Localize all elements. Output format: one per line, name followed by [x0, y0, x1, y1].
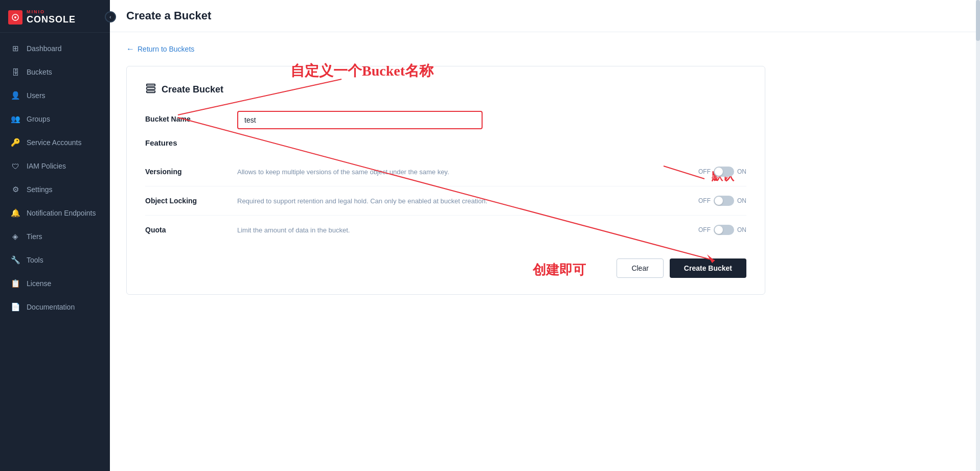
feature-toggle-0: OFF ON: [698, 167, 746, 177]
sidebar: MINIO CONSOLE ‹ ⊞ Dashboard 🗄 Buckets 👤 …: [0, 0, 110, 471]
card-title-row: Create Bucket: [145, 83, 746, 97]
sidebar-icon-notification-endpoints: 🔔: [10, 208, 20, 218]
card-title-icon: [145, 83, 156, 97]
toggle-knob-0: [715, 168, 723, 176]
sidebar-icon-license: 📋: [10, 278, 20, 289]
sidebar-item-dashboard[interactable]: ⊞ Dashboard: [0, 37, 110, 60]
sidebar-logo: MINIO CONSOLE: [0, 0, 110, 33]
sidebar-icon-service-accounts: 🔑: [10, 137, 20, 148]
bucket-name-row: Bucket Name: [145, 111, 746, 129]
sidebar-icon-tools: 🔧: [10, 255, 20, 265]
svg-rect-6: [147, 84, 155, 86]
feature-toggle-2: OFF ON: [698, 225, 746, 235]
sidebar-item-iam-policies[interactable]: 🛡 IAM Policies: [0, 154, 110, 178]
sidebar-label-groups: Groups: [27, 115, 50, 123]
back-link[interactable]: ← Return to Buckets: [126, 44, 964, 54]
sidebar-icon-tiers: ◈: [10, 231, 20, 242]
sidebar-label-license: License: [27, 279, 51, 288]
feature-desc-2: Limit the amount of data in the bucket.: [237, 226, 686, 234]
sidebar-item-users[interactable]: 👤 Users: [0, 84, 110, 107]
main-content: Create a Bucket ← Return to Buckets 自定义一…: [110, 0, 980, 471]
sidebar-label-users: Users: [27, 91, 45, 100]
card-title: Create Bucket: [162, 84, 223, 95]
toggle-off-label-0: OFF: [698, 168, 711, 175]
sidebar-item-notification-endpoints[interactable]: 🔔 Notification Endpoints: [0, 201, 110, 225]
feature-name-0: Versioning: [145, 168, 237, 176]
sidebar-label-service-accounts: Service Accounts: [27, 138, 81, 147]
back-arrow-icon: ←: [126, 44, 134, 54]
sidebar-icon-buckets: 🗄: [10, 67, 20, 77]
annotation-custom-name: 自定义一个Bucket名称: [290, 61, 434, 81]
feature-name-2: Quota: [145, 226, 237, 234]
sidebar-label-tools: Tools: [27, 256, 43, 264]
create-bucket-button[interactable]: Create Bucket: [670, 258, 746, 278]
feature-row-1: Object Locking Required to support reten…: [145, 186, 746, 216]
sidebar-icon-groups: 👥: [10, 114, 20, 124]
toggle-on-label-0: ON: [737, 168, 746, 175]
toggle-switch-2[interactable]: [714, 225, 734, 235]
feature-name-1: Object Locking: [145, 197, 237, 205]
bucket-name-label: Bucket Name: [145, 111, 237, 123]
page-title: Create a Bucket: [126, 9, 211, 22]
create-bucket-card: 自定义一个Bucket名称 默认 Create Bucket: [126, 66, 765, 295]
sidebar-item-settings[interactable]: ⚙ Settings: [0, 178, 110, 201]
content-area: ← Return to Buckets 自定义一个Bucket名称 默认: [110, 32, 980, 471]
sidebar-item-documentation[interactable]: 📄 Documentation: [0, 295, 110, 319]
sidebar-item-license[interactable]: 📋 License: [0, 272, 110, 295]
toggle-off-label-2: OFF: [698, 226, 711, 233]
topbar: Create a Bucket: [110, 0, 980, 32]
sidebar-icon-documentation: 📄: [10, 302, 20, 312]
clear-button[interactable]: Clear: [617, 258, 663, 278]
toggle-off-label-1: OFF: [698, 197, 711, 204]
sidebar-label-settings: Settings: [27, 185, 53, 194]
sidebar-label-documentation: Documentation: [27, 303, 75, 311]
sidebar-label-iam-policies: IAM Policies: [27, 162, 66, 170]
sidebar-icon-users: 👤: [10, 90, 20, 101]
feature-toggle-1: OFF ON: [698, 196, 746, 206]
features-label: Features: [145, 138, 746, 147]
scrollbar-track[interactable]: [976, 0, 980, 471]
sidebar-icon-settings: ⚙: [10, 184, 20, 195]
features-container: Versioning Allows to keep multiple versi…: [145, 157, 746, 244]
toggle-knob-2: [715, 226, 723, 234]
actions-row: Clear Create Bucket: [145, 258, 746, 278]
sidebar-item-tiers[interactable]: ◈ Tiers: [0, 225, 110, 248]
toggle-on-label-1: ON: [737, 197, 746, 204]
feature-row-0: Versioning Allows to keep multiple versi…: [145, 157, 746, 186]
feature-desc-1: Required to support retention and legal …: [237, 197, 686, 205]
bucket-name-input[interactable]: [237, 111, 483, 129]
toggle-switch-1[interactable]: [714, 196, 734, 206]
sidebar-item-service-accounts[interactable]: 🔑 Service Accounts: [0, 131, 110, 154]
svg-point-1: [14, 16, 16, 18]
logo-text: MINIO CONSOLE: [27, 9, 76, 25]
svg-rect-8: [147, 91, 155, 93]
toggle-knob-1: [715, 197, 723, 205]
feature-row-2: Quota Limit the amount of data in the bu…: [145, 216, 746, 244]
sidebar-item-buckets[interactable]: 🗄 Buckets: [0, 60, 110, 84]
back-link-label: Return to Buckets: [138, 45, 194, 53]
logo-mini: MINIO: [27, 9, 76, 14]
toggle-switch-0[interactable]: [714, 167, 734, 177]
scrollbar-thumb[interactable]: [976, 0, 980, 41]
toggle-on-label-2: ON: [737, 226, 746, 233]
sidebar-label-tiers: Tiers: [27, 232, 42, 241]
sidebar-label-dashboard: Dashboard: [27, 44, 62, 53]
sidebar-label-buckets: Buckets: [27, 68, 52, 76]
sidebar-item-groups[interactable]: 👥 Groups: [0, 107, 110, 131]
sidebar-icon-dashboard: ⊞: [10, 43, 20, 54]
svg-rect-7: [147, 87, 155, 89]
sidebar-icon-iam-policies: 🛡: [10, 161, 20, 171]
logo-icon: [8, 10, 22, 25]
sidebar-collapse-button[interactable]: ‹: [105, 11, 116, 22]
logo-console: CONSOLE: [27, 14, 76, 25]
sidebar-item-tools[interactable]: 🔧 Tools: [0, 248, 110, 272]
sidebar-label-notification-endpoints: Notification Endpoints: [27, 209, 96, 217]
feature-desc-0: Allows to keep multiple versions of the …: [237, 168, 686, 176]
sidebar-nav: ⊞ Dashboard 🗄 Buckets 👤 Users 👥 Groups 🔑…: [0, 33, 110, 471]
